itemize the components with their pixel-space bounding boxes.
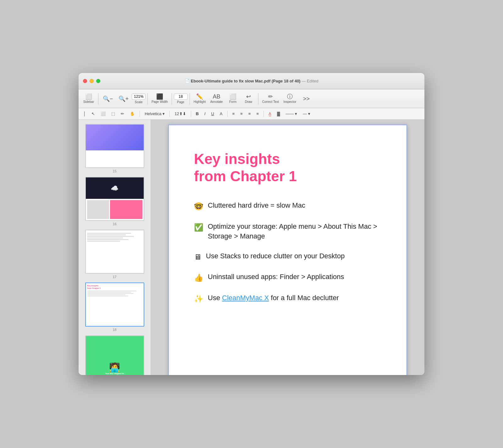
draw-label: Draw: [245, 100, 252, 104]
annotation-toolbar: │ ↖ ⬜ ⬚ ✏ ✋ Helvetica ▾ 12 ⬆⬇ B I U A ≡ …: [79, 108, 424, 120]
draw-button[interactable]: ↩ Draw: [241, 92, 256, 105]
bullet-text-5: Use CleanMyMac X for a full Mac declutte…: [208, 293, 378, 303]
thumbnail-15[interactable]: 15: [79, 122, 151, 175]
maximize-button[interactable]: [96, 79, 100, 83]
correct-text-button[interactable]: ✏ Correct Text: [260, 92, 281, 105]
thumb18-bullets: [87, 291, 142, 297]
thumb-box-18: Key insightsfrom Chapter 1: [85, 283, 144, 327]
thumb-number-15: 15: [113, 169, 116, 173]
bullet-5-before: Use: [208, 294, 222, 302]
thumb16-img: [87, 200, 109, 219]
ann-separator-5: [263, 111, 264, 117]
pencil-tool-button[interactable]: ✏: [119, 110, 126, 117]
font-size-stepper[interactable]: ⬆⬇: [179, 111, 186, 116]
font-dropdown[interactable]: Helvetica ▾: [142, 110, 167, 117]
cleanmymac-link[interactable]: CleanMyMac X: [222, 294, 269, 302]
bullet-item-5: ✨ Use CleanMyMac X for a full Mac declut…: [194, 293, 378, 304]
border-style-button[interactable]: — ▾: [301, 110, 312, 117]
main-area: 15 ☁️ 16: [79, 120, 424, 375]
align-center-button[interactable]: ≡: [238, 110, 245, 117]
content-area[interactable]: Key insights from Chapter 1 🤓 Cluttered …: [151, 120, 424, 375]
thumb19-bg: 🧑‍💻 Your Mac skipped itsbooster coffee..…: [86, 336, 144, 375]
page-input[interactable]: 18: [174, 93, 188, 100]
hand-tool-button[interactable]: ✋: [128, 110, 137, 117]
bullet-item-4: 👍 Uninstall unused apps: Finder > Applic…: [194, 272, 378, 283]
heading-line1: Key insights: [194, 151, 280, 167]
thumbnail-18[interactable]: Key insightsfrom Chapter 1 18: [79, 281, 151, 333]
highlight-button[interactable]: ✏️ Highlight: [192, 92, 208, 105]
form-icon: ⬜: [229, 94, 236, 99]
zoom-in-icon: 🔍+: [119, 96, 129, 102]
page-heading: Key insights from Chapter 1: [194, 150, 378, 185]
line-style-button[interactable]: —— ▾: [284, 110, 300, 117]
bullet-text-1: Cluttered hard drive = slow Mac: [208, 201, 378, 210]
minimize-button[interactable]: [90, 79, 94, 83]
close-button[interactable]: [83, 79, 87, 83]
thumbnail-16[interactable]: ☁️ 16: [79, 175, 151, 228]
sidebar-button[interactable]: ⬜ Sidebar: [81, 92, 96, 105]
zoom-in-button[interactable]: 🔍+: [116, 95, 131, 103]
highlight-color-button[interactable]: ▓: [275, 110, 282, 117]
annotate-button[interactable]: AB Annotate: [208, 92, 225, 105]
ann-separator-2: [169, 111, 170, 117]
highlight-icon: ✏️: [196, 94, 203, 99]
bullet-item-1: 🤓 Cluttered hard drive = slow Mac: [194, 201, 378, 212]
more-tools-button[interactable]: >>: [299, 95, 314, 103]
page-width-label: Page Width: [152, 100, 168, 104]
window-title: 📄 Ebook-Ultimate guide to fix slow Mac.p…: [185, 79, 318, 83]
correct-text-icon: ✏: [268, 94, 273, 99]
heading-line2: from Chapter 1: [194, 168, 297, 184]
align-right-button[interactable]: ≡: [246, 110, 253, 117]
pdf-icon: 📄: [185, 79, 191, 83]
ann-separator-3: [191, 111, 191, 117]
align-justify-button[interactable]: ≡: [254, 110, 261, 117]
zoom-out-button[interactable]: 🔍−: [100, 95, 115, 103]
strikethrough-button[interactable]: A: [218, 110, 225, 117]
thumb19-emoji: 🧑‍💻: [109, 362, 120, 372]
italic-label: I: [204, 111, 206, 116]
thumb-number-16: 16: [113, 222, 116, 226]
select-tool-button[interactable]: ↖: [89, 110, 97, 117]
thumbnail-19[interactable]: 🧑‍💻 Your Mac skipped itsbooster coffee..…: [79, 333, 151, 375]
zoom-out-icon: 🔍−: [103, 96, 113, 102]
thumb17-lines: [87, 233, 142, 242]
bold-button[interactable]: B: [194, 110, 201, 117]
cursor-tool-button[interactable]: │: [81, 110, 88, 117]
toolbar-separator-1: [98, 93, 98, 104]
select-rect-button[interactable]: ⬜: [98, 110, 108, 117]
ann-separator-4: [227, 111, 228, 117]
text-color-button[interactable]: A̲: [266, 110, 274, 117]
annotate-icon: AB: [213, 94, 220, 99]
thumb17-line: [87, 234, 126, 235]
underline-button[interactable]: U: [209, 110, 216, 117]
bullet-emoji-4: 👍: [194, 272, 203, 283]
main-toolbar: ⬜ Sidebar 🔍− 🔍+ 121% Scale ⬛ Page Width …: [79, 89, 424, 108]
scale-input[interactable]: 121%: [132, 93, 146, 100]
draw-icon: ↩: [246, 94, 251, 99]
page-width-button[interactable]: ⬛ Page Width: [150, 92, 170, 105]
bold-label: B: [196, 111, 199, 116]
font-size-input[interactable]: 12 ⬆⬇: [172, 110, 188, 117]
font-name: Helvetica ▾: [145, 111, 165, 116]
chevron-right-icon: >>: [303, 96, 310, 102]
thumb18-bullet: [87, 296, 129, 296]
toolbar-separator-5: [258, 93, 258, 104]
thumb-box-17: [85, 230, 144, 274]
bullet-item-2: ✅ Optimize your storage: Apple menu > Ab…: [194, 222, 378, 241]
align-left-button[interactable]: ≡: [230, 110, 237, 117]
inspector-button[interactable]: ⓘ Inspector: [281, 92, 298, 105]
underline-label: U: [211, 111, 214, 116]
thumb16-row: [86, 199, 143, 220]
toolbar-separator-2: [147, 93, 148, 104]
bullet-text-4: Uninstall unused apps: Finder > Applicat…: [208, 272, 378, 282]
highlight-label: Highlight: [194, 100, 206, 104]
thumbnail-17[interactable]: 17: [79, 228, 151, 281]
toolbar-separator-4: [190, 93, 190, 104]
select-lasso-button[interactable]: ⬚: [109, 110, 117, 117]
thumb17-line: [87, 238, 123, 238]
form-button[interactable]: ⬜ Form: [225, 92, 240, 105]
italic-button[interactable]: I: [202, 110, 208, 117]
bullet-item-3: 🖥 Use Stacks to reduce clutter on your D…: [194, 251, 378, 262]
bullet-text-3: Use Stacks to reduce clutter on your Des…: [206, 251, 378, 261]
titlebar: 📄 Ebook-Ultimate guide to fix slow Mac.p…: [79, 73, 424, 89]
